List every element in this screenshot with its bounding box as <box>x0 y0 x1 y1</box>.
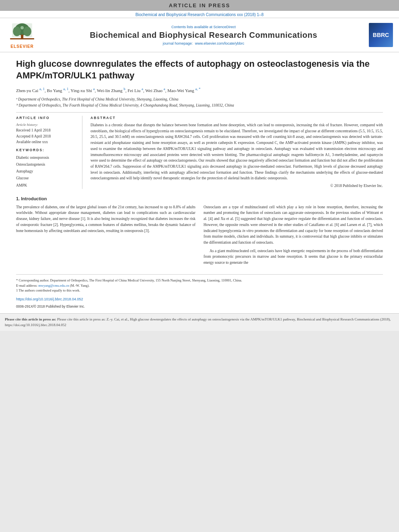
intro-right-para-2: As a giant multinucleated cell, osteocla… <box>204 248 383 266</box>
article-in-press-banner: ARTICLE IN PRESS <box>0 0 399 11</box>
introduction-section: 1. Introduction The prevalence of diabet… <box>16 196 383 268</box>
email-link[interactable]: mwyang@cmu.edu.cn <box>38 283 69 288</box>
email-label: E-mail address: <box>16 283 37 288</box>
svg-rect-5 <box>10 38 34 39</box>
email-suffix: (M.-W. Yang). <box>70 283 90 288</box>
article-info-abstract-section: ARTICLE INFO Article history: Received 1… <box>16 116 383 189</box>
bbrc-box: BBRC <box>369 23 393 47</box>
affiliation-a: ª Department of Orthopedics, The First H… <box>16 97 383 102</box>
article-history: Article history: Received 1 April 2018 A… <box>16 122 77 145</box>
corresponding-text: * Corresponding author. Department of Or… <box>16 278 242 282</box>
journal-citation-text: Biochemical and Biophysical Research Com… <box>136 12 264 17</box>
available-online: Available online xxx <box>16 139 77 145</box>
intro-right-para-1: Osteoclasts are a type of multinucleated… <box>204 204 383 246</box>
accepted-date: Accepted 8 April 2018 <box>16 134 77 139</box>
affiliations: ª Department of Orthopedics, The First H… <box>16 97 383 108</box>
keywords-label: Keywords: <box>16 148 77 152</box>
keywords-section: Keywords: Diabetic osteoporosis Osteocla… <box>16 148 77 189</box>
article-info-label: ARTICLE INFO <box>16 116 77 120</box>
svg-point-6 <box>21 26 24 29</box>
journal-title-main: Biochemical and Biophysical Research Com… <box>44 31 363 40</box>
journal-homepage: journal homepage: www.elsevier.com/locat… <box>44 41 363 45</box>
divider-1 <box>16 112 383 113</box>
elsevier-logo: ELSEVIER <box>4 21 40 49</box>
journal-line: Biochemical and Biophysical Research Com… <box>0 11 399 18</box>
footnotes: * Corresponding author. Department of Or… <box>16 274 383 293</box>
doi-section: https://doi.org/10.1016/j.bbrc.2018.04.0… <box>16 297 383 309</box>
please-cite-label: Please cite this article in press as: <box>5 317 57 321</box>
svg-point-2 <box>13 27 21 36</box>
authors-line: Zhen-yu Cai a, 1, Bo Yang a, 1, Ying-xu … <box>16 86 383 94</box>
keywords-list: Diabetic osteoporosis Osteoclastogenesis… <box>16 154 77 189</box>
introduction-col-left: The prevalence of diabetes, one of the l… <box>16 204 195 268</box>
elsevier-tree-icon <box>8 21 36 43</box>
email-note: E-mail address: mwyang@cmu.edu.cn (M.-W.… <box>16 283 383 288</box>
citation-text: Please cite this article in press as: Z.… <box>5 317 391 327</box>
sciencedirect-link[interactable]: ScienceDirect <box>214 25 236 29</box>
abstract-label: ABSTRACT <box>90 116 383 120</box>
citation-box: Please cite this article in press as: Pl… <box>0 313 399 331</box>
introduction-col-right: Osteoclasts are a type of multinucleated… <box>204 204 383 268</box>
contents-label: Contents lists available at <box>171 25 212 29</box>
banner-text: ARTICLE IN PRESS <box>169 2 230 8</box>
equal-contrib-note: 1 The authors contributed equally to thi… <box>16 288 383 293</box>
keyword-1: Diabetic osteoporosis <box>16 154 77 161</box>
keyword-4: Glucose <box>16 175 77 182</box>
keyword-5: AMPK <box>16 182 77 189</box>
elsevier-text: ELSEVIER <box>10 44 33 49</box>
svg-point-3 <box>23 27 31 36</box>
history-label: Article history: <box>16 122 77 128</box>
article-info-column: ARTICLE INFO Article history: Received 1… <box>16 116 82 189</box>
introduction-columns: The prevalence of diabetes, one of the l… <box>16 204 383 268</box>
received-date: Received 1 April 2018 <box>16 127 77 133</box>
affiliation-b: ᵇ Department of Orthopedics, The Fourth … <box>16 103 383 108</box>
homepage-link[interactable]: www.elsevier.com/locate/ybbrc <box>195 41 245 45</box>
keyword-2: Osteoclastogenesis <box>16 161 77 168</box>
corresponding-note: * Corresponding author. Department of Or… <box>16 278 383 283</box>
bbrc-logo: BBRC <box>367 23 395 47</box>
issn-line: 0006-291X/© 2018 Published by Elsevier I… <box>16 304 85 308</box>
abstract-text: Diabetes is a chronic disease that disru… <box>90 122 383 181</box>
authors-text: Zhen-yu Cai a, 1, Bo Yang a, 1, Ying-xu … <box>16 88 200 93</box>
journal-header: ELSEVIER Contents lists available at Sci… <box>0 18 399 52</box>
copyright-text: © 2018 Published by Elsevier Inc. <box>90 184 383 188</box>
abstract-column: ABSTRACT Diabetes is a chronic disease t… <box>90 116 383 189</box>
homepage-label: journal homepage: <box>163 41 193 45</box>
introduction-heading: 1. Introduction <box>16 196 383 201</box>
page: ARTICLE IN PRESS Biochemical and Biophys… <box>0 0 399 331</box>
article-title: High glucose downregulates the effects o… <box>16 58 383 81</box>
journal-title-block: Contents lists available at ScienceDirec… <box>44 25 363 45</box>
contents-available: Contents lists available at ScienceDirec… <box>44 25 363 29</box>
doi-link[interactable]: https://doi.org/10.1016/j.bbrc.2018.04.0… <box>16 297 383 301</box>
article-content: High glucose downregulates the effects o… <box>0 52 399 313</box>
keyword-3: Autophagy <box>16 168 77 175</box>
intro-left-para: The prevalence of diabetes, one of the l… <box>16 204 195 234</box>
bbrc-label: BBRC <box>373 32 389 38</box>
